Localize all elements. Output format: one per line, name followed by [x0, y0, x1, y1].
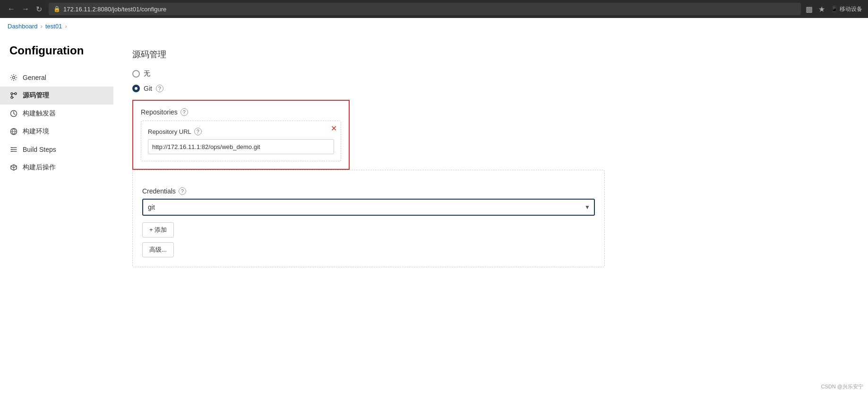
section-title: 源码管理	[132, 49, 849, 60]
sidebar-item-build-env[interactable]: 构建环境	[0, 123, 113, 140]
svg-point-8	[11, 151, 12, 152]
radio-git-label: Git	[144, 85, 152, 92]
extensions-icon: ▩	[806, 5, 813, 14]
browser-right-controls: ▩ ★ 📱 移动设备	[806, 5, 862, 14]
credentials-select[interactable]: git	[142, 199, 595, 216]
sidebar: Configuration General 源码管理	[0, 35, 113, 394]
credentials-label: Credentials	[142, 187, 176, 195]
svg-point-1	[11, 93, 13, 95]
svg-point-0	[13, 77, 15, 79]
nav-buttons: ← → ↻	[6, 4, 44, 15]
radio-none[interactable]: 无	[132, 70, 849, 78]
breadcrumb-dashboard[interactable]: Dashboard	[8, 23, 38, 30]
svg-point-2	[15, 93, 17, 95]
sidebar-item-general[interactable]: General	[0, 69, 113, 87]
svg-point-7	[11, 149, 12, 150]
mobile-device: 📱 移动设备	[831, 5, 862, 13]
radio-git[interactable]: Git	[132, 85, 152, 92]
add-button[interactable]: + 添加	[142, 222, 174, 237]
sidebar-item-build-steps[interactable]: Build Steps	[0, 140, 113, 158]
trigger-icon	[9, 109, 18, 118]
repositories-label: Repositories	[141, 108, 178, 116]
breadcrumb: Dashboard › test01 ›	[0, 18, 868, 35]
sidebar-item-build-triggers[interactable]: 构建触发器	[0, 105, 113, 123]
mobile-icon: 📱	[831, 6, 838, 12]
credentials-select-wrapper: git ▼	[142, 199, 595, 216]
watermark: CSDN @兴乐安宁	[821, 383, 863, 390]
sidebar-item-post-build[interactable]: 构建后操作	[0, 158, 113, 176]
address-bar[interactable]: 🔒 172.16.11.2:8080/job/test01/configure	[49, 3, 801, 15]
back-button[interactable]: ←	[6, 4, 17, 14]
sidebar-item-general-label: General	[23, 74, 46, 81]
advanced-button[interactable]: 高级...	[142, 242, 174, 257]
repo-url-help-icon[interactable]: ?	[194, 128, 202, 135]
source-icon	[9, 91, 18, 100]
credentials-section: Credentials ? git ▼	[142, 187, 595, 216]
repo-url-input[interactable]	[148, 139, 334, 154]
radio-git-circle	[132, 85, 140, 92]
credentials-header: Credentials ?	[142, 187, 595, 195]
lock-icon: 🔒	[53, 6, 60, 12]
svg-point-6	[11, 147, 12, 148]
sidebar-item-build-triggers-label: 构建触发器	[23, 109, 56, 118]
radio-none-circle	[132, 70, 140, 78]
sidebar-item-post-build-label: 构建后操作	[23, 163, 56, 172]
sidebar-title: Configuration	[0, 44, 113, 69]
credentials-help-icon[interactable]: ?	[179, 187, 186, 195]
sidebar-item-build-steps-label: Build Steps	[23, 146, 56, 153]
close-repo-button[interactable]: ✕	[331, 125, 337, 132]
sidebar-item-source-mgmt-label: 源码管理	[23, 91, 49, 100]
breadcrumb-sep-1: ›	[41, 23, 43, 30]
git-help-icon[interactable]: ?	[156, 85, 163, 92]
breadcrumb-test01[interactable]: test01	[45, 23, 62, 30]
repositories-header: Repositories ?	[141, 108, 341, 116]
reload-button[interactable]: ↻	[34, 4, 44, 15]
add-button-label: + 添加	[149, 226, 167, 234]
list-icon	[9, 145, 18, 154]
url-text: 172.16.11.2:8080/job/test01/configure	[63, 6, 166, 13]
radio-none-label: 无	[144, 70, 150, 78]
sidebar-item-build-env-label: 构建环境	[23, 127, 49, 136]
source-radio-group: 无 Git ?	[132, 70, 849, 92]
sidebar-item-source-mgmt[interactable]: 源码管理	[0, 87, 113, 105]
globe-icon	[9, 127, 18, 136]
repositories-help-icon[interactable]: ?	[180, 108, 188, 116]
main-layout: Configuration General 源码管理	[0, 35, 868, 394]
advanced-button-label: 高级...	[149, 246, 167, 253]
repo-url-label: Repository URL	[148, 128, 191, 135]
browser-chrome: ← → ↻ 🔒 172.16.11.2:8080/job/test01/conf…	[0, 0, 868, 18]
breadcrumb-sep-2: ›	[65, 23, 67, 30]
cube-icon	[9, 163, 18, 172]
repo-url-header: Repository URL ?	[148, 128, 334, 135]
git-section: Repositories ? ✕ Repository URL ?	[132, 100, 350, 170]
gear-icon	[9, 73, 18, 82]
forward-button[interactable]: →	[20, 4, 31, 14]
radio-git-row: Git ?	[132, 85, 849, 92]
star-icon[interactable]: ★	[818, 5, 825, 14]
repo-url-card: ✕ Repository URL ?	[141, 121, 341, 161]
git-outer-section: Credentials ? git ▼ + 添加 高级...	[132, 170, 605, 267]
content-area: 源码管理 无 Git ? Repositories ?	[113, 35, 868, 394]
svg-point-3	[11, 97, 13, 98]
